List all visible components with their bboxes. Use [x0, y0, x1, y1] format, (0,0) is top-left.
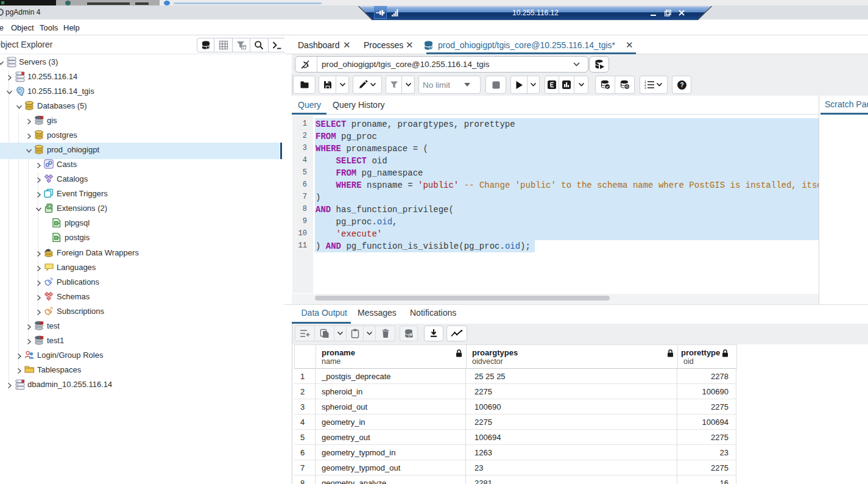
- svg-text:3: 3: [644, 86, 646, 89]
- svg-text:?: ?: [680, 82, 683, 88]
